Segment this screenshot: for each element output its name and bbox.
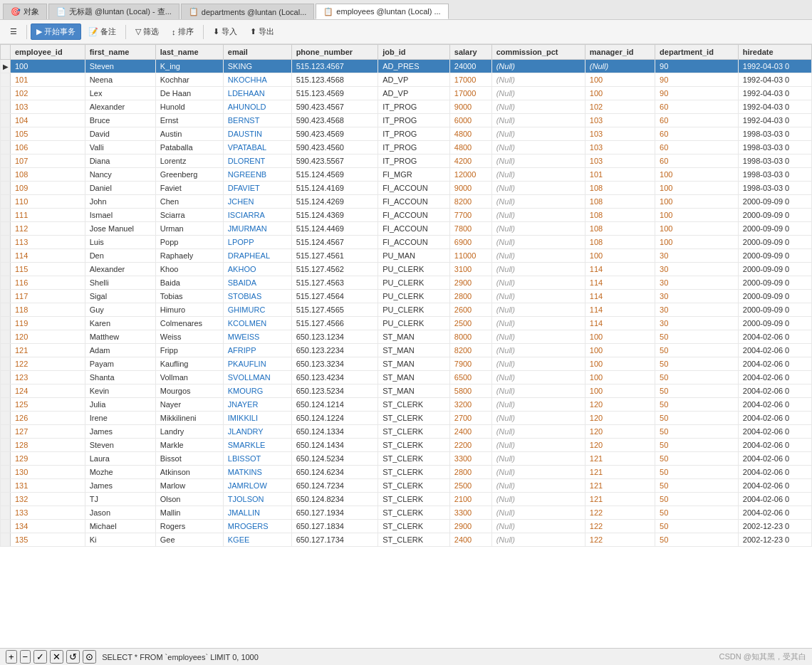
col-employee-id[interactable]: employee_id [11,45,85,60]
export-btn[interactable]: ⬆ 导出 [244,23,280,40]
settings-btn[interactable]: ⊙ [83,650,96,664]
cell-email: DLORENT [223,155,291,168]
cell-job_id: ST_CLERK [378,479,450,493]
table-row[interactable]: ▶100StevenK_ingSKING515.123.4567AD_PRES2… [1,60,812,73]
start-transaction-btn[interactable]: ▶ 开始事务 [31,23,81,40]
table-row[interactable]: 123ShantaVollmanSVOLLMAN650.123.4234ST_M… [1,371,812,384]
cell-last_name: Bissot [155,452,223,466]
table-row[interactable]: 111IsmaelSciarraISCIARRA515.124.4369FI_A… [1,209,812,222]
tab-departments[interactable]: 📋 departments @luntan (Local... [181,4,315,19]
table-row[interactable]: 129LauraBissotLBISSOT650.124.5234ST_CLER… [1,452,812,466]
cell-commission_pct: (Null) [491,520,585,533]
table-row[interactable]: 105DavidAustinDAUSTIN590.423.4569IT_PROG… [1,127,812,141]
table-row[interactable]: 126IreneMikkilineniIMIKKILI650.124.1224S… [1,412,812,425]
cell-email: JCHEN [223,195,291,209]
table-row[interactable]: 120MatthewWeissMWEISS650.123.1234ST_MAN8… [1,330,812,344]
cell-last_name: Raphaely [155,249,223,263]
table-container[interactable]: employee_id first_name last_name email p… [0,44,812,648]
sort-btn[interactable]: ↕ 排序 [166,23,199,40]
cell-manager_id: 120 [585,412,655,425]
cell-employee_id: 124 [11,384,85,398]
cell-manager_id: 120 [585,425,655,439]
tab-untitled[interactable]: 📄 无标题 @luntan (Local) - 查... [48,4,179,19]
add-row-btn[interactable]: + [6,650,17,664]
table-row[interactable]: 101NeenaKochharNKOCHHA515.123.4568AD_VP1… [1,73,812,87]
col-salary[interactable]: salary [449,45,491,60]
table-row[interactable]: 113LuisPoppLPOPP515.124.4567FI_ACCOUN690… [1,236,812,249]
note-btn[interactable]: 📝 备注 [83,23,122,40]
table-row[interactable]: 106ValliPataballaVPATABAL590.423.4560IT_… [1,141,812,155]
cell-employee_id: 103 [11,100,85,114]
cell-last_name: Mallin [155,506,223,520]
table-row[interactable]: 125JuliaNayerJNAYER650.124.1214ST_CLERK3… [1,398,812,412]
table-row[interactable]: 135KiGeeKGEE650.127.1734ST_CLERK2400(Nul… [1,533,812,547]
delete-row-btn[interactable]: − [20,650,31,664]
table-row[interactable]: 122PayamKauflingPKAUFLIN650.123.3234ST_M… [1,357,812,371]
table-row[interactable]: 115AlexanderKhooAKHOO515.127.4562PU_CLER… [1,263,812,276]
col-job-id[interactable]: job_id [378,45,450,60]
col-hiredate[interactable]: hiredate [738,45,811,60]
table-row[interactable]: 108NancyGreenbergNGREENB515.124.4569FI_M… [1,168,812,182]
table-row[interactable]: 121AdamFrippAFRIPP650.123.2234ST_MAN8200… [1,344,812,357]
note-icon: 📝 [88,27,98,36]
tab-target[interactable]: 🎯 对象 [3,4,47,19]
col-email[interactable]: email [223,45,291,60]
table-row[interactable]: 116ShelliBaidaSBAIDA515.127.4563PU_CLERK… [1,276,812,290]
cell-last_name: Mourgos [155,384,223,398]
cell-commission_pct: (Null) [491,344,585,357]
table-row[interactable]: 130MozheAtkinsonMATKINS650.124.6234ST_CL… [1,466,812,479]
refresh-btn[interactable]: ↺ [66,650,80,664]
filter-btn[interactable]: ▽ 筛选 [130,23,165,40]
table-row[interactable]: 103AlexanderHunoldAHUNOLD590.423.4567IT_… [1,100,812,114]
table-row[interactable]: 131JamesMarlowJAMRLOW650.124.7234ST_CLER… [1,479,812,493]
col-commission-pct[interactable]: commission_pct [491,45,585,60]
cell-first_name: James [85,479,155,493]
cell-hiredate: 2000-09-09 0 [738,195,811,209]
cell-last_name: Marlow [155,479,223,493]
cell-phone_number: 650.124.1214 [291,398,378,412]
cell-department_id: 50 [655,344,739,357]
table-row[interactable]: 119KarenColmenaresKCOLMEN515.127.4566PU_… [1,317,812,330]
table-row[interactable]: 107DianaLorentzDLORENT590.423.5567IT_PRO… [1,155,812,168]
table-row[interactable]: 110JohnChenJCHEN515.124.4269FI_ACCOUN820… [1,195,812,209]
col-department-id[interactable]: department_id [655,45,739,60]
cell-last_name: Lorentz [155,155,223,168]
table-row[interactable]: 118GuyHimuroGHIMURC515.127.4565PU_CLERK2… [1,303,812,317]
cell-manager_id: 121 [585,479,655,493]
cell-hiredate: 2000-09-09 0 [738,249,811,263]
cell-first_name: Matthew [85,330,155,344]
table-row[interactable]: 112Jose ManuelUrmanJMURMAN515.124.4469FI… [1,222,812,236]
table-row[interactable]: 133JasonMallinJMALLIN650.127.1934ST_CLER… [1,506,812,520]
cell-hiredate: 2000-09-09 0 [738,209,811,222]
col-phone-number[interactable]: phone_number [291,45,378,60]
cell-employee_id: 112 [11,222,85,236]
menu-btn[interactable]: ☰ [4,24,23,39]
tab-employees[interactable]: 📋 employees @luntan (Local) ... [316,4,448,19]
cell-last_name: Kochhar [155,73,223,87]
table-row[interactable]: 109DanielFavietDFAVIET515.124.4169FI_ACC… [1,182,812,195]
table-row[interactable]: 104BruceErnstBERNST590.423.4568IT_PROG60… [1,114,812,127]
table-row[interactable]: 128StevenMarkleSMARKLE650.124.1434ST_CLE… [1,439,812,452]
cell-commission_pct: (Null) [491,155,585,168]
import-btn[interactable]: ⬇ 导入 [207,23,243,40]
table-row[interactable]: 102LexDe HaanLDEHAAN515.123.4569AD_VP170… [1,87,812,100]
confirm-btn[interactable]: ✓ [33,650,47,664]
cell-phone_number: 515.123.4569 [291,87,378,100]
cell-job_id: PU_MAN [378,249,450,263]
table-row[interactable]: 127JamesLandryJLANDRY650.124.1334ST_CLER… [1,425,812,439]
row-indicator [1,182,11,195]
table-row[interactable]: 117SigalTobiasSTOBIAS515.127.4564PU_CLER… [1,290,812,303]
col-first-name[interactable]: first_name [85,45,155,60]
table-row[interactable]: 132TJOlsonTJOLSON650.124.8234ST_CLERK210… [1,493,812,506]
col-last-name[interactable]: last_name [155,45,223,60]
table-row[interactable]: 134MichaelRogersMROGERS650.127.1834ST_CL… [1,520,812,533]
table-row[interactable]: 114DenRaphaelyDRAPHEAL515.127.4561PU_MAN… [1,249,812,263]
cancel-row-btn[interactable]: ✕ [50,650,63,664]
cell-last_name: Atkinson [155,466,223,479]
cell-employee_id: 117 [11,290,85,303]
cell-email: TJOLSON [223,493,291,506]
cell-manager_id: 108 [585,209,655,222]
col-manager-id[interactable]: manager_id [585,45,655,60]
cell-last_name: Olson [155,493,223,506]
table-row[interactable]: 124KevinMourgosKMOURG650.123.5234ST_MAN5… [1,384,812,398]
